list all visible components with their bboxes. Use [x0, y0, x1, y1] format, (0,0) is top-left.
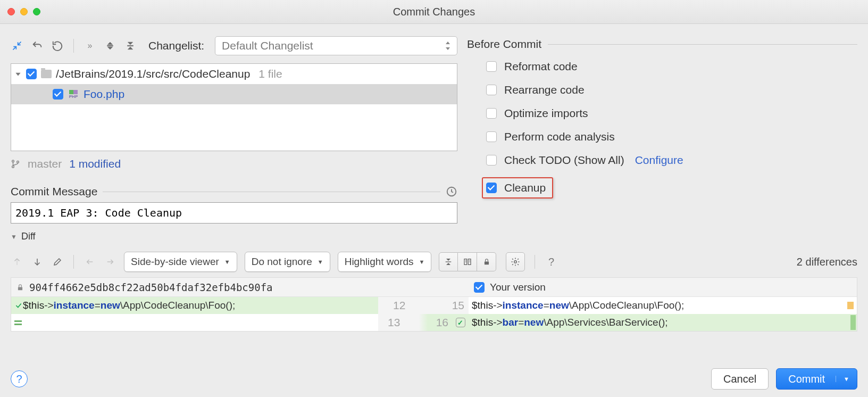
lock-icon[interactable] — [477, 252, 496, 271]
changelist-label: Changelist: — [148, 39, 204, 52]
svg-rect-0 — [107, 45, 113, 46]
php-file-icon: PHP — [68, 88, 79, 100]
titlebar: Commit Changes — [0, 0, 868, 24]
next-file-icon[interactable] — [104, 255, 116, 268]
code-line[interactable]: $this->instance = new \App\CodeCleanup\F… — [11, 297, 378, 314]
next-diff-icon[interactable] — [31, 255, 44, 268]
expand-icon[interactable]: » — [84, 39, 96, 52]
disclosure-open-icon[interactable]: ▼ — [11, 233, 17, 241]
changelist-dropdown[interactable]: Default Changelist — [215, 36, 457, 55]
prev-file-icon[interactable] — [84, 255, 96, 268]
diff-section-header[interactable]: ▼ Diff — [11, 231, 857, 242]
diff-right-pane: Your version $this->instance = new \App\… — [469, 278, 857, 331]
diff-count: 2 differences — [797, 256, 857, 268]
help-button[interactable]: ? — [11, 370, 28, 387]
dialog-footer: ? Cancel Commit▼ — [0, 368, 868, 390]
diff-marker-icon — [14, 320, 22, 325]
edit-icon[interactable] — [51, 255, 64, 268]
commit-hash: 904ff4662e5db8cf22ad50b4fdaf32efb4bc90fa — [29, 282, 273, 293]
expand-all-icon[interactable] — [104, 39, 116, 52]
ignore-dropdown[interactable]: Do not ignore▼ — [245, 252, 330, 272]
commit-message-header: Commit Message — [11, 185, 457, 198]
window-title: Commit Changes — [0, 6, 868, 18]
sync-scroll-icon[interactable] — [458, 252, 477, 271]
svg-point-4 — [17, 161, 19, 163]
viewer-mode-dropdown[interactable]: Side-by-side viewer▼ — [124, 252, 237, 272]
diff-toolbar: Side-by-side viewer▼ Do not ignore▼ High… — [11, 252, 857, 272]
added-marker-icon — [850, 315, 856, 330]
svg-rect-6 — [446, 261, 452, 262]
tree-folder-row[interactable]: /JetBrains/2019.1/src/src/CodeCleanup 1 … — [11, 64, 457, 84]
cancel-button[interactable]: Cancel — [711, 368, 769, 390]
commit-message-input[interactable] — [11, 202, 457, 224]
file-name: Foo.php — [84, 88, 124, 101]
branch-icon — [11, 159, 20, 169]
opt-cleanup[interactable]: Cleanup — [482, 177, 553, 198]
svg-point-2 — [12, 160, 14, 162]
diff-left-pane: 904ff4662e5db8cf22ad50b4fdaf32efb4bc90fa… — [11, 278, 378, 331]
history-icon[interactable] — [446, 186, 457, 197]
svg-rect-11 — [18, 287, 22, 290]
diff-view-buttons — [439, 252, 496, 271]
diff-gutter: 1215 1316 — [378, 278, 469, 331]
folder-icon — [41, 70, 52, 78]
changelist-value: Default Changelist — [222, 39, 313, 52]
commit-button[interactable]: Commit▼ — [776, 368, 857, 390]
code-line[interactable]: $this->bar = new \App\Services\BarServic… — [469, 314, 857, 331]
opt-rearrange[interactable]: Rearrange code — [486, 84, 857, 96]
configure-link[interactable]: Configure — [635, 154, 683, 167]
folder-path: /JetBrains/2019.1/src/src/CodeCleanup — [56, 68, 250, 80]
opt-todo[interactable]: Check TODO (Show All)Configure — [486, 154, 857, 167]
branch-status-row: master 1 modified — [11, 158, 457, 170]
refresh-icon[interactable] — [11, 39, 23, 52]
warning-marker-icon — [847, 302, 854, 309]
code-line[interactable]: $this->instance = new \App\CodeCleanup\F… — [469, 297, 857, 314]
highlight-dropdown[interactable]: Highlight words▼ — [338, 252, 432, 272]
branch-name: master — [28, 158, 62, 170]
redo-icon[interactable] — [51, 39, 64, 52]
collapse-unchanged-icon[interactable] — [439, 252, 458, 271]
file-checkbox[interactable] — [53, 89, 63, 100]
opt-analysis[interactable]: Perform code analysis — [486, 130, 857, 143]
before-commit-header: Before Commit — [467, 38, 857, 51]
folder-file-count: 1 file — [258, 68, 282, 80]
lock-icon — [16, 283, 24, 292]
apply-chunk-icon[interactable] — [456, 318, 465, 327]
svg-rect-1 — [128, 45, 133, 46]
svg-rect-9 — [485, 261, 489, 264]
checkmark-icon — [15, 302, 22, 309]
your-version-label: Your version — [490, 282, 546, 293]
changes-tree[interactable]: /JetBrains/2019.1/src/src/CodeCleanup 1 … — [11, 63, 457, 151]
undo-icon[interactable] — [31, 39, 44, 52]
your-version-checkbox[interactable] — [474, 282, 485, 293]
tree-file-row[interactable]: PHP Foo.php — [11, 84, 457, 104]
prev-diff-icon[interactable] — [11, 255, 23, 268]
changes-toolbar: » Changelist: Default Changelist — [11, 35, 457, 57]
chevron-down-icon[interactable]: ▼ — [836, 376, 849, 382]
modified-count[interactable]: 1 modified — [69, 158, 121, 170]
gear-icon[interactable] — [506, 252, 525, 271]
disclosure-open-icon[interactable] — [14, 70, 22, 78]
folder-checkbox[interactable] — [26, 69, 37, 79]
opt-reformat[interactable]: Reformat code — [486, 60, 857, 73]
opt-optimize[interactable]: Optimize imports — [486, 107, 857, 120]
code-line[interactable] — [11, 314, 378, 331]
help-icon[interactable]: ? — [545, 255, 557, 268]
svg-point-10 — [514, 261, 517, 263]
collapse-all-icon[interactable] — [124, 39, 137, 52]
dropdown-stepper-icon — [445, 42, 450, 50]
svg-point-3 — [12, 166, 14, 168]
diff-viewer: 904ff4662e5db8cf22ad50b4fdaf32efb4bc90fa… — [11, 277, 857, 332]
